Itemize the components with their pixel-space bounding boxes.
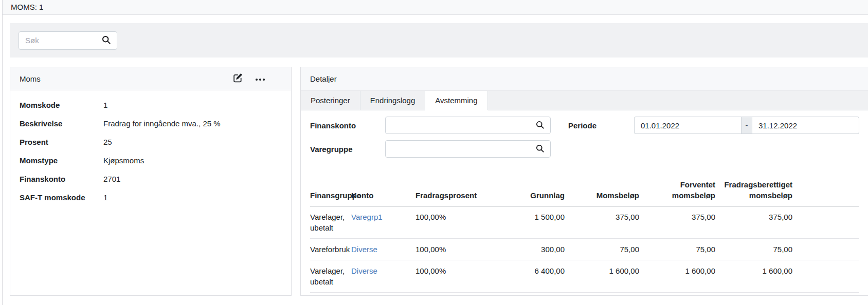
tab-endringslogg[interactable]: Endringslogg [360, 91, 426, 110]
col-spacer [792, 179, 859, 206]
field-value: 2701 [103, 174, 282, 184]
field-label: Momstype [20, 156, 103, 166]
cell-momsbelop: 1 600,00 [565, 260, 639, 293]
tab-posteringer[interactable]: Posteringer [301, 91, 360, 110]
field-label: Momskode [20, 100, 103, 110]
col-momsbelop: Momsbeløp [565, 179, 639, 206]
periode-label: Periode [568, 121, 596, 130]
main-content: Moms Momskode 1 Beskriv [10, 67, 868, 296]
details-tabbar: Posteringer Endringslogg Avstemming [301, 91, 868, 110]
cell-fradragsberettiget: 375,00 [715, 206, 792, 239]
field-saft-momskode: SAF-T momskode 1 [20, 188, 282, 207]
details-panel-title: Detaljer [301, 67, 868, 91]
field-prosent: Prosent 25 [20, 133, 282, 151]
col-forventet-momsbelop: Forventet momsbeløp [639, 179, 715, 206]
field-value: 1 [103, 193, 282, 203]
field-value: Kjøpsmoms [103, 156, 282, 166]
cell-momsbelop: 375,00 [565, 206, 639, 239]
table-row: Vareforbruk Diverse 100,00% 300,00 75,00… [310, 239, 859, 260]
field-beskrivelse: Beskrivelse Fradrag for inngående mva., … [20, 115, 282, 133]
cell-finansgruppe: Vareforbruk [310, 239, 351, 260]
table-row: Varelager, ubetalt Varegrp1 100,00% 1 50… [310, 206, 859, 239]
details-panel: Detaljer Posteringer Endringslogg Avstem… [300, 67, 868, 296]
konto-link[interactable]: Varegrp1 [351, 213, 383, 221]
periode-range: - [634, 117, 859, 134]
col-fradragsprosent: Fradragsprosent [415, 179, 495, 206]
konto-link[interactable]: Diverse [351, 245, 377, 254]
field-value: Fradrag for inngående mva., 25 % [103, 119, 282, 129]
global-search [19, 31, 117, 50]
filter-row-varegruppe: Varegruppe [310, 140, 859, 158]
konto-link[interactable]: Diverse [351, 266, 377, 275]
avstemming-table: Finansgruppe Konto Fradragsprosent Grunn… [310, 179, 859, 293]
cell-fradragsprosent: 100,00% [415, 260, 495, 293]
periode-separator: - [741, 117, 752, 134]
col-grunnlag: Grunnlag [495, 179, 565, 206]
varegruppe-label: Varegruppe [310, 145, 385, 154]
cell-forventet: 75,00 [639, 239, 715, 260]
cell-grunnlag: 6 400,00 [495, 260, 565, 293]
cell-forventet: 375,00 [639, 206, 715, 239]
edit-button[interactable] [233, 73, 243, 84]
table-header-row: Finansgruppe Konto Fradragsprosent Grunn… [310, 179, 859, 206]
cell-momsbelop: 75,00 [565, 239, 639, 260]
moms-card-title: Moms [20, 74, 221, 83]
varegruppe-lookup [385, 140, 551, 158]
finanskonto-input[interactable] [386, 121, 533, 130]
varegruppe-search-button[interactable] [533, 141, 550, 157]
finanskonto-label: Finanskonto [310, 121, 385, 130]
cell-fradragsprosent: 100,00% [415, 206, 495, 239]
tab-avstemming[interactable]: Avstemming [425, 91, 487, 110]
cell-finansgruppe: Varelager, ubetalt [310, 260, 351, 293]
finanskonto-lookup [385, 117, 551, 134]
cell-forventet: 1 600,00 [639, 260, 715, 293]
search-button[interactable] [99, 32, 117, 49]
search-strip [10, 23, 868, 58]
field-label: SAF-T momskode [20, 193, 103, 203]
field-finanskonto: Finanskonto 2701 [20, 170, 282, 188]
search-input[interactable] [19, 36, 99, 45]
cell-fradragsberettiget: 75,00 [715, 239, 792, 260]
moms-card: Moms Momskode 1 Beskriv [10, 67, 292, 296]
field-label: Prosent [20, 137, 103, 147]
edit-icon [233, 73, 243, 84]
search-icon [536, 121, 544, 130]
moms-card-header: Moms [10, 67, 291, 90]
col-finansgruppe: Finansgruppe [310, 179, 351, 206]
periode-from-input[interactable] [634, 117, 741, 134]
table-row: Varelager, ubetalt Diverse 100,00% 6 400… [310, 260, 859, 293]
cell-grunnlag: 1 500,00 [495, 206, 565, 239]
col-fradragsberettiget-momsbelop: Fradragsberettiget momsbeløp [715, 179, 792, 206]
more-options-button[interactable] [255, 75, 265, 83]
field-momstype: Momstype Kjøpsmoms [20, 151, 282, 170]
search-icon [536, 144, 544, 154]
periode-to-input[interactable] [752, 117, 859, 134]
field-label: Beskrivelse [20, 119, 103, 129]
cell-fradragsberettiget: 1 600,00 [715, 260, 792, 293]
field-label: Finanskonto [20, 174, 103, 184]
page: MOMS: 1 Moms [2, 0, 868, 305]
varegruppe-input[interactable] [386, 144, 533, 154]
finanskonto-search-button[interactable] [533, 117, 550, 134]
search-icon [102, 35, 111, 46]
col-konto: Konto [351, 179, 415, 206]
field-momskode: Momskode 1 [20, 96, 282, 115]
moms-card-body: Momskode 1 Beskrivelse Fradrag for inngå… [10, 90, 291, 207]
filter-row-finanskonto: Finanskonto Periode - [310, 117, 859, 134]
avstemming-content: Finanskonto Periode - [301, 110, 868, 295]
cell-fradragsprosent: 100,00% [415, 239, 495, 260]
field-value: 1 [103, 100, 282, 110]
cell-grunnlag: 300,00 [495, 239, 565, 260]
page-title: MOMS: 1 [3, 0, 868, 15]
field-value: 25 [103, 137, 282, 147]
cell-finansgruppe: Varelager, ubetalt [310, 206, 351, 239]
ellipsis-icon [255, 75, 265, 83]
